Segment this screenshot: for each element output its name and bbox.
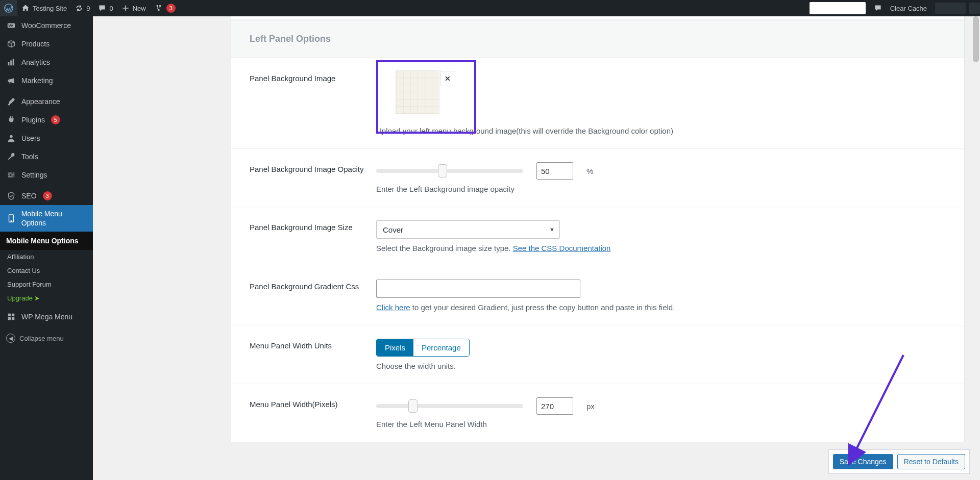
admin-sidebar: WooCommerce Products Analytics Marketing… bbox=[0, 16, 93, 394]
collapse-label: Collapse menu bbox=[19, 335, 64, 342]
comments-link[interactable]: 0 bbox=[94, 0, 117, 16]
collapse-icon: ◀ bbox=[6, 334, 15, 343]
brush-icon bbox=[6, 96, 16, 107]
bg-opacity-unit: % bbox=[586, 167, 593, 175]
sidebar-item-users[interactable]: Users bbox=[0, 129, 93, 147]
sidebar-item-label: WooCommerce bbox=[21, 21, 71, 30]
gradient-link[interactable]: Click here bbox=[376, 303, 410, 312]
sidebar-item-wp-mega-menu[interactable]: WP Mega Menu bbox=[0, 308, 93, 326]
admin-bar: Testing Site 9 0 New 3 Clear Cache bbox=[0, 0, 980, 16]
field-row-left-icon-margin-remnant: Enter the Left Icon Left Margin bbox=[231, 16, 964, 20]
site-name: Testing Site bbox=[33, 5, 67, 12]
scrollbar-thumb[interactable] bbox=[973, 16, 979, 62]
sidebar-item-woocommerce[interactable]: WooCommerce bbox=[0, 16, 93, 35]
updates-link[interactable]: 9 bbox=[71, 0, 94, 16]
sidebar-item-settings[interactable]: Settings bbox=[0, 166, 93, 184]
settings-panel: Enter the Left Icon Left Margin Left Pan… bbox=[231, 16, 965, 394]
sidebar-item-seo[interactable]: SEO 3 bbox=[0, 187, 93, 205]
grid-icon bbox=[6, 312, 16, 322]
svg-rect-8 bbox=[8, 104, 10, 106]
plugins-badge: 5 bbox=[51, 115, 60, 124]
bg-gradient-help: Click here to get your desired Gradient,… bbox=[376, 303, 946, 312]
field-row-width-units: Menu Panel Width Units Pixels Percentage… bbox=[231, 325, 964, 384]
submenu-item-upgrade[interactable]: Upgrade ➤ bbox=[0, 291, 93, 305]
home-icon bbox=[21, 4, 30, 12]
refresh-icon bbox=[75, 4, 83, 12]
sidebar-item-label: WP Mega Menu bbox=[21, 312, 72, 321]
width-units-help: Choose the width units. bbox=[376, 362, 946, 370]
sidebar-item-label: Settings bbox=[21, 170, 47, 180]
sidebar-item-label: Analytics bbox=[21, 58, 50, 67]
bg-image-remove-button[interactable]: ✕ bbox=[440, 71, 455, 86]
submenu-item-support[interactable]: Support Forum bbox=[0, 277, 93, 291]
bg-image-thumbnail[interactable]: ✕ bbox=[396, 70, 439, 114]
field-label-bg-opacity: Panel Background Image Opacity bbox=[250, 162, 376, 193]
svg-rect-12 bbox=[8, 314, 11, 316]
field-label-bg-image: Panel Background Image bbox=[250, 71, 376, 135]
svg-rect-14 bbox=[8, 317, 11, 320]
bg-opacity-slider[interactable] bbox=[376, 169, 523, 173]
field-label-width-units: Menu Panel Width Units bbox=[250, 339, 376, 370]
submenu-heading[interactable]: Mobile Menu Options bbox=[0, 232, 93, 250]
submenu-item-affiliation[interactable]: Affiliation bbox=[0, 250, 93, 264]
sidebar-item-plugins[interactable]: Plugins 5 bbox=[0, 111, 93, 129]
collapse-menu[interactable]: ◀ Collapse menu bbox=[0, 329, 93, 348]
field-row-width-px: Menu Panel Width(Pixels) px Enter the Le… bbox=[231, 384, 964, 394]
mobile-icon bbox=[6, 213, 16, 223]
width-units-button-group: Pixels Percentage bbox=[376, 339, 470, 357]
close-icon: ✕ bbox=[445, 74, 451, 83]
slider-handle[interactable] bbox=[438, 164, 447, 178]
chat-icon bbox=[874, 4, 882, 12]
woo-icon bbox=[6, 20, 16, 31]
sidebar-item-label: SEO bbox=[21, 191, 37, 200]
adminbar-avatar[interactable] bbox=[969, 3, 980, 14]
svg-point-3 bbox=[158, 9, 160, 11]
bg-size-help-pre: Select the Background image size type. bbox=[376, 244, 513, 252]
width-units-pixels-button[interactable]: Pixels bbox=[377, 339, 413, 356]
bg-opacity-help: Enter the Left Background image opacity bbox=[376, 185, 946, 193]
svg-rect-7 bbox=[13, 59, 14, 66]
new-content-link[interactable]: New bbox=[117, 0, 150, 16]
adminbar-user-box[interactable] bbox=[935, 3, 966, 14]
seo-link[interactable]: 3 bbox=[150, 0, 180, 16]
section-heading-left-panel: Left Panel Options bbox=[231, 20, 964, 58]
comment-icon bbox=[98, 4, 106, 12]
sidebar-item-analytics[interactable]: Analytics bbox=[0, 53, 93, 71]
clear-cache-label: Clear Cache bbox=[890, 5, 927, 12]
wp-logo[interactable] bbox=[0, 0, 17, 16]
submenu-item-contact[interactable]: Contact Us bbox=[0, 264, 93, 277]
sidebar-item-label: Products bbox=[21, 39, 50, 48]
sidebar-item-appearance[interactable]: Appearance bbox=[0, 92, 93, 111]
user-icon bbox=[6, 133, 16, 143]
bg-image-highlight: ✕ bbox=[376, 60, 476, 134]
sidebar-item-label: Marketing bbox=[21, 76, 53, 85]
field-row-bg-gradient: Panel Background Gradient Css Click here… bbox=[231, 266, 964, 325]
new-label: New bbox=[133, 5, 146, 12]
page-scrollbar[interactable] bbox=[972, 16, 980, 394]
field-row-bg-size: Panel Background Image Size Cover ▼ Sele… bbox=[231, 207, 964, 266]
adminbar-chat-icon[interactable] bbox=[870, 0, 886, 16]
width-units-percentage-button[interactable]: Percentage bbox=[413, 339, 469, 356]
sidebar-item-mobile-menu-options[interactable]: Mobile Menu Options bbox=[0, 205, 93, 232]
wrench-icon bbox=[6, 151, 16, 162]
bg-size-help: Select the Background image size type. S… bbox=[376, 244, 946, 252]
svg-rect-15 bbox=[12, 317, 14, 320]
bg-gradient-help-post: to get your desired Gradient, just press… bbox=[410, 303, 675, 312]
css-doc-link[interactable]: See the CSS Documentation bbox=[513, 244, 611, 252]
svg-point-9 bbox=[10, 135, 12, 138]
sliders-icon bbox=[6, 170, 16, 180]
sidebar-item-products[interactable]: Products bbox=[0, 35, 93, 53]
site-name-link[interactable]: Testing Site bbox=[17, 0, 71, 16]
clear-cache-link[interactable]: Clear Cache bbox=[886, 0, 931, 16]
svg-rect-13 bbox=[12, 314, 14, 316]
bg-size-select[interactable]: Cover ▼ bbox=[376, 220, 560, 239]
bg-size-value: Cover bbox=[376, 220, 560, 239]
bg-opacity-input[interactable] bbox=[536, 162, 573, 180]
bg-gradient-input[interactable] bbox=[376, 280, 580, 298]
updates-count: 9 bbox=[86, 5, 90, 12]
adminbar-input-box[interactable] bbox=[810, 2, 866, 14]
sidebar-item-marketing[interactable]: Marketing bbox=[0, 71, 93, 90]
sidebar-item-tools[interactable]: Tools bbox=[0, 147, 93, 166]
seo-icon bbox=[6, 191, 16, 201]
wordpress-icon bbox=[4, 4, 13, 13]
